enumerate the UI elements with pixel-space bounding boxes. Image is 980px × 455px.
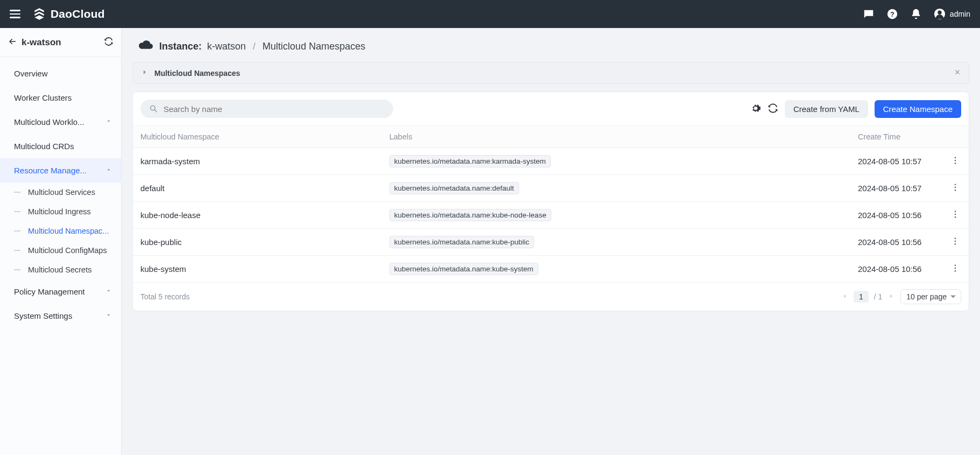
create-namespace-button[interactable]: Create Namespace	[875, 100, 961, 118]
svg-point-14	[955, 216, 956, 218]
page-next[interactable]	[887, 292, 895, 302]
row-actions-menu[interactable]	[942, 175, 969, 202]
sidebar-item-multicloud-workloads[interactable]: Multicloud Worklo...	[0, 110, 121, 134]
row-actions-menu[interactable]	[942, 229, 969, 256]
breadcrumb-instance[interactable]: k-watson	[207, 41, 246, 52]
context-row: k-watson	[0, 28, 121, 57]
label-chip: kubernetes.io/metadata.name:kube-node-le…	[389, 209, 551, 221]
svg-point-12	[955, 211, 956, 212]
sidebar-sub-multicloud-secrets[interactable]: Multicloud Secrets	[0, 260, 121, 279]
sidebar-item-resource-management[interactable]: Resource Manage...	[0, 158, 121, 183]
row-actions-menu[interactable]	[942, 148, 969, 175]
cell-name[interactable]: kube-system	[133, 256, 382, 283]
topbar: DaoCloud ? admin	[0, 0, 980, 28]
sub-header-bar: Multicloud Namespaces	[132, 62, 969, 84]
help-icon[interactable]: ?	[886, 8, 898, 20]
table-row: kube-systemkubernetes.io/metadata.name:k…	[133, 256, 969, 283]
cell-name[interactable]: kube-public	[133, 229, 382, 256]
cell-label: kubernetes.io/metadata.name:kube-public	[382, 229, 850, 256]
avatar-icon	[934, 8, 946, 20]
bell-icon[interactable]	[910, 8, 922, 20]
row-actions-menu[interactable]	[942, 256, 969, 283]
cell-name[interactable]: default	[133, 175, 382, 202]
create-from-yaml-button[interactable]: Create from YAML	[785, 100, 868, 118]
table-row: defaultkubernetes.io/metadata.name:defau…	[133, 175, 969, 202]
cloud-icon	[138, 39, 154, 54]
context-name: k-watson	[22, 37, 100, 48]
close-icon[interactable]	[954, 68, 961, 78]
svg-point-7	[955, 160, 956, 162]
sidebar-item-multicloud-crds[interactable]: Multicloud CRDs	[0, 134, 121, 158]
cell-time: 2024-08-05 10:57	[850, 175, 942, 202]
sidebar-item-worker-clusters[interactable]: Worker Clusters	[0, 86, 121, 110]
svg-point-17	[955, 243, 956, 245]
cell-label: kubernetes.io/metadata.name:kube-system	[382, 256, 850, 283]
brand[interactable]: DaoCloud	[32, 7, 105, 21]
breadcrumb: k-watson / Multicloud Namespaces	[207, 41, 365, 52]
cell-time: 2024-08-05 10:57	[850, 148, 942, 175]
breadcrumb-page: Multicloud Namespaces	[262, 41, 365, 52]
cell-name[interactable]: karmada-system	[133, 148, 382, 175]
user-menu[interactable]: admin	[934, 8, 970, 20]
svg-text:?: ?	[890, 10, 894, 18]
search-box[interactable]	[140, 100, 393, 118]
svg-line-5	[155, 110, 157, 112]
chevron-down-icon	[105, 311, 112, 320]
total-records: Total 5 records	[140, 292, 190, 301]
svg-point-16	[955, 241, 956, 242]
sidebar-sub-multicloud-ingress[interactable]: Multicloud Ingress	[0, 202, 121, 221]
page-current[interactable]: 1	[854, 291, 869, 303]
svg-point-8	[955, 163, 956, 164]
messages-icon[interactable]	[863, 8, 875, 20]
content-panel: Create from YAML Create Namespace Multic…	[132, 92, 969, 311]
svg-point-6	[955, 157, 956, 158]
sidebar-item-system-settings[interactable]: System Settings	[0, 304, 121, 328]
sidebar-item-policy-management[interactable]: Policy Management	[0, 279, 121, 304]
table-row: karmada-systemkubernetes.io/metadata.nam…	[133, 148, 969, 175]
sidebar-sub-multicloud-configmaps[interactable]: Multicloud ConfigMaps	[0, 241, 121, 260]
svg-point-15	[955, 237, 956, 239]
cell-name[interactable]: kube-node-lease	[133, 202, 382, 229]
table-row: kube-node-leasekubernetes.io/metadata.na…	[133, 202, 969, 229]
search-input[interactable]	[164, 104, 385, 114]
row-actions-menu[interactable]	[942, 202, 969, 229]
svg-point-13	[955, 214, 956, 215]
sidebar-sub-multicloud-namespaces[interactable]: Multicloud Namespac...	[0, 221, 121, 241]
sidebar-item-overview[interactable]: Overview	[0, 61, 121, 86]
chevron-down-icon	[105, 117, 112, 127]
gear-icon[interactable]	[750, 103, 761, 115]
instance-label: Instance:	[159, 41, 202, 52]
col-labels: Labels	[382, 126, 850, 148]
svg-point-10	[955, 187, 956, 188]
page-size-select[interactable]: 10 per page	[900, 289, 961, 304]
chevron-down-icon	[105, 287, 112, 296]
username: admin	[950, 10, 970, 18]
label-chip: kubernetes.io/metadata.name:kube-public	[389, 236, 534, 248]
table-row: kube-publickubernetes.io/metadata.name:k…	[133, 229, 969, 256]
table-footer: Total 5 records 1 / 1 10 per page	[133, 283, 969, 311]
col-namespace: Multicloud Namespace	[133, 126, 382, 148]
cell-label: kubernetes.io/metadata.name:default	[382, 175, 850, 202]
svg-point-11	[955, 190, 956, 191]
main-content: Instance: k-watson / Multicloud Namespac…	[122, 28, 980, 455]
svg-point-9	[955, 184, 956, 185]
svg-point-18	[955, 264, 956, 266]
label-chip: kubernetes.io/metadata.name:default	[389, 182, 519, 194]
sidebar-sub-multicloud-services[interactable]: Multicloud Services	[0, 183, 121, 202]
chevron-right-icon[interactable]	[140, 68, 149, 78]
page-header: Instance: k-watson / Multicloud Namespac…	[122, 28, 980, 62]
refresh-icon[interactable]	[768, 103, 778, 115]
chevron-up-icon	[105, 166, 112, 175]
cell-time: 2024-08-05 10:56	[850, 256, 942, 283]
svg-point-19	[955, 268, 956, 269]
cell-time: 2024-08-05 10:56	[850, 202, 942, 229]
sync-icon[interactable]	[104, 37, 113, 48]
sidebar: k-watson Overview Worker Clusters Multic…	[0, 28, 122, 455]
back-icon[interactable]	[8, 37, 17, 48]
page-total: / 1	[874, 292, 883, 301]
brand-text: DaoCloud	[51, 8, 105, 20]
menu-toggle[interactable]	[10, 10, 20, 18]
page-prev[interactable]	[841, 292, 848, 302]
namespaces-table: Multicloud Namespace Labels Create Time …	[133, 125, 969, 283]
svg-point-20	[955, 270, 956, 272]
